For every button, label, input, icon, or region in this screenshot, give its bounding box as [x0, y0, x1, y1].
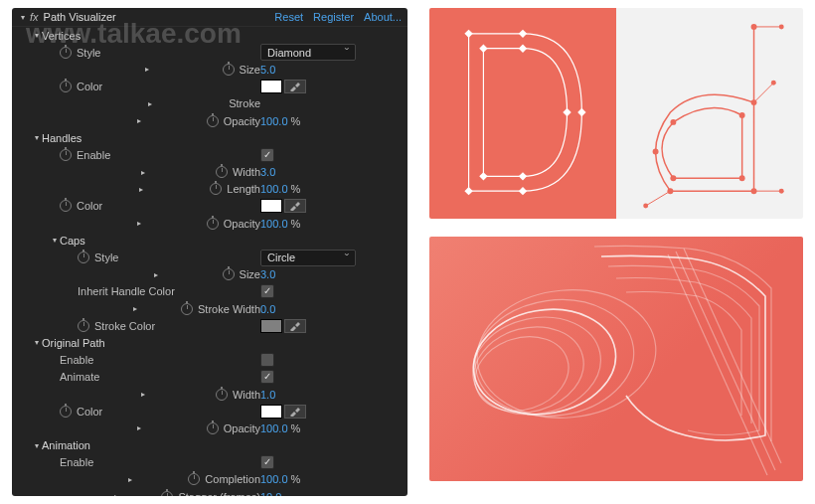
register-link[interactable]: Register — [313, 11, 354, 23]
stopwatch-icon[interactable] — [216, 389, 228, 401]
svg-point-15 — [779, 24, 784, 29]
svg-point-24 — [739, 175, 745, 181]
svg-rect-1 — [464, 187, 472, 195]
stopwatch-icon[interactable] — [207, 115, 219, 127]
vertices-color-swatch[interactable] — [260, 80, 282, 93]
svg-rect-2 — [519, 30, 527, 38]
twirl-handles[interactable] — [32, 133, 42, 143]
anim-enable-checkbox[interactable] — [260, 455, 274, 469]
twirl-animation[interactable] — [32, 440, 42, 450]
stopwatch-icon[interactable] — [223, 268, 235, 280]
handles-color-swatch[interactable] — [260, 199, 282, 213]
eyedropper-icon[interactable] — [284, 199, 306, 213]
twirl-vertices[interactable] — [32, 31, 42, 41]
anim-stagger-value[interactable]: 10.0 — [260, 491, 281, 496]
handles-label: Handles — [42, 132, 82, 144]
svg-point-18 — [667, 188, 673, 194]
svg-line-33 — [676, 252, 775, 470]
stopwatch-icon[interactable] — [78, 320, 89, 332]
svg-point-19 — [643, 204, 648, 209]
svg-point-23 — [739, 112, 745, 118]
caps-strokewidth-value[interactable]: 0.0 — [260, 303, 275, 315]
stopwatch-icon[interactable] — [188, 473, 200, 485]
eyedropper-icon[interactable] — [284, 319, 306, 333]
stopwatch-icon[interactable] — [78, 252, 89, 263]
svg-point-25 — [670, 175, 676, 181]
twirl-effect[interactable] — [18, 12, 28, 22]
preview-top — [429, 8, 803, 219]
fx-icon: fx — [30, 11, 39, 23]
svg-point-16 — [751, 188, 757, 194]
svg-rect-9 — [563, 108, 570, 116]
handles-opacity-value[interactable]: 100.0 — [260, 218, 288, 230]
eyedropper-icon[interactable] — [284, 405, 306, 419]
svg-point-17 — [779, 189, 784, 194]
stopwatch-icon[interactable] — [161, 491, 173, 496]
eyedropper-icon[interactable] — [284, 80, 306, 93]
vertices-opacity-value[interactable]: 100.0 — [260, 115, 288, 127]
handles-width-value[interactable]: 3.0 — [260, 166, 275, 178]
svg-point-20 — [751, 99, 757, 105]
stopwatch-icon[interactable] — [60, 406, 72, 418]
twirl-caps[interactable] — [50, 236, 60, 246]
svg-rect-5 — [479, 44, 487, 52]
stopwatch-icon[interactable] — [223, 64, 235, 76]
preview-bottom — [429, 237, 803, 481]
caps-size-value[interactable]: 3.0 — [260, 268, 275, 280]
caps-style-select[interactable]: Circle — [260, 250, 356, 266]
stopwatch-icon[interactable] — [60, 81, 72, 92]
stopwatch-icon[interactable] — [207, 422, 219, 434]
svg-line-34 — [684, 249, 781, 463]
twirl-originalpath[interactable] — [32, 338, 42, 348]
handles-enable-checkbox[interactable] — [260, 148, 274, 162]
vertices-label: Vertices — [42, 30, 81, 42]
twirl-stroke[interactable] — [72, 98, 229, 108]
svg-point-14 — [751, 24, 757, 30]
origpath-width-value[interactable]: 1.0 — [260, 389, 275, 401]
twirl-size[interactable] — [72, 65, 223, 75]
svg-rect-3 — [519, 187, 527, 195]
effect-title: Path Visualizer — [44, 11, 275, 23]
svg-rect-6 — [479, 172, 487, 180]
reset-link[interactable]: Reset — [274, 11, 303, 23]
stopwatch-icon[interactable] — [207, 218, 219, 230]
caps-inherit-checkbox[interactable] — [260, 284, 274, 298]
origpath-enable-checkbox[interactable] — [260, 353, 274, 367]
stopwatch-icon[interactable] — [216, 166, 228, 178]
svg-rect-4 — [577, 108, 585, 116]
svg-point-26 — [670, 119, 676, 125]
origpath-opacity-value[interactable]: 100.0 — [260, 422, 288, 434]
stopwatch-icon[interactable] — [210, 183, 222, 195]
anim-completion-value[interactable]: 100.0 — [260, 473, 288, 485]
vertices-style-select[interactable]: Diamond — [260, 44, 356, 61]
preview-area — [429, 8, 803, 496]
origpath-animate-checkbox[interactable] — [260, 370, 274, 384]
stopwatch-icon[interactable] — [60, 47, 72, 59]
handles-length-value[interactable]: 100.0 — [260, 183, 288, 195]
svg-line-12 — [646, 191, 671, 206]
stopwatch-icon[interactable] — [60, 149, 72, 161]
svg-point-22 — [653, 149, 659, 155]
svg-line-13 — [754, 83, 774, 102]
twirl-opacity[interactable] — [72, 116, 207, 126]
svg-point-21 — [771, 81, 776, 85]
svg-rect-0 — [464, 30, 472, 38]
svg-line-35 — [668, 254, 767, 475]
effects-panel: www.talkae.com fx Path Visualizer Reset … — [12, 8, 408, 496]
effect-header: fx Path Visualizer Reset Register About.… — [12, 8, 408, 27]
stopwatch-icon[interactable] — [60, 200, 72, 212]
svg-point-31 — [464, 315, 593, 424]
vertices-size-value[interactable]: 5.0 — [260, 64, 275, 76]
about-link[interactable]: About... — [364, 11, 402, 23]
stopwatch-icon[interactable] — [181, 303, 193, 315]
caps-strokecolor-swatch[interactable] — [260, 319, 282, 333]
origpath-color-swatch[interactable] — [260, 405, 282, 419]
svg-rect-8 — [519, 172, 527, 180]
svg-rect-7 — [519, 44, 527, 52]
